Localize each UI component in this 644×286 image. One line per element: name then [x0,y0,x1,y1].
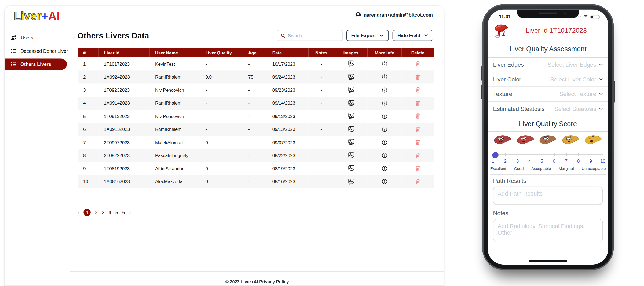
cell-more-info [368,110,402,123]
cell-quality: - [200,123,243,136]
info-icon[interactable] [382,87,387,93]
footer: © 2023 Liver+AI Privacy Policy [70,271,444,286]
pagination-page-3[interactable]: 3 [102,210,104,215]
info-icon[interactable] [382,74,387,80]
file-export-button[interactable]: File Export [346,30,389,41]
cell-liver_id: 1T09132023 [98,110,150,123]
sad-liver-icon [561,134,580,146]
chevron-down-icon [596,107,603,110]
select-field-liver-color[interactable]: Liver ColorSelect Liver Color [488,72,608,87]
cell-quality: 0 [200,136,243,149]
column-header: # [78,48,98,57]
select-field-liver-edges[interactable]: Liver EdgesSelect Liver Edges [488,58,608,72]
trash-icon[interactable] [415,87,421,93]
user-email[interactable]: narendran+admin@bitcot.com [364,12,433,17]
info-icon[interactable] [382,179,387,185]
trash-icon[interactable] [415,139,421,145]
pagination-page-4[interactable]: 4 [109,210,111,215]
home-indicator[interactable] [529,260,567,262]
pagination-page-1[interactable]: 1 [84,209,91,216]
hide-field-button[interactable]: Hide Field [393,30,433,41]
cell-age: - [243,96,267,110]
cell-more-info [368,162,402,175]
images-icon[interactable] [347,178,355,185]
cell-images [334,70,368,84]
sidebar-item-others-livers[interactable]: Others Livers [5,58,67,70]
sidebar-item-deceased-donor-liver[interactable]: Deceased Donor Liver [5,45,70,57]
path-results-label: Path Results [493,177,603,184]
images-icon[interactable] [347,60,355,68]
slider-labels: ExcellentGoodAcceptableMarginalUnaccepta… [490,166,606,175]
cell-delete [402,175,434,188]
cell-delete [402,70,434,84]
images-icon[interactable] [347,151,355,159]
cell-images [334,149,368,162]
trash-icon[interactable] [415,165,421,172]
trash-icon[interactable] [415,74,421,80]
info-icon[interactable] [382,100,387,106]
search-input[interactable] [288,33,339,38]
path-results-input[interactable] [493,187,603,205]
info-icon[interactable] [382,139,387,145]
cell-liver_id: 1T08192023 [98,162,150,175]
pagination-page-2[interactable]: 2 [95,210,98,215]
trash-icon[interactable] [415,113,421,119]
cell-date: 09/24/2023 [267,70,309,84]
footer-text[interactable]: © 2023 Liver+AI Privacy Policy [225,279,289,284]
cell-delete [402,83,434,96]
logo-liver: Liver [14,10,42,22]
cell-more-info [368,96,402,110]
pagination-next[interactable]: › [129,209,131,216]
images-icon[interactable] [347,99,355,107]
cell-liver_id: 1A09142023 [98,96,150,110]
avatar-icon[interactable] [355,12,361,18]
slider-track[interactable] [493,154,603,155]
pagination-prev[interactable]: ‹ [78,209,80,216]
images-icon[interactable] [347,165,355,172]
cell-quality: - [200,57,243,70]
info-icon[interactable] [382,126,387,132]
images-icon[interactable] [347,138,355,146]
slider-knob[interactable] [492,152,498,158]
info-icon[interactable] [382,153,387,158]
cell-delete [402,136,434,149]
quality-score-slider[interactable] [493,151,603,159]
pagination-page-5[interactable]: 5 [115,210,118,215]
sidebar-item-users[interactable]: Users [5,32,70,43]
pagination-page-6[interactable]: 6 [122,210,125,215]
score-label-unacceptable: Unacceptable [581,166,606,171]
images-icon[interactable] [347,73,355,81]
select-field-estimated-steatosis[interactable]: Estimated SteatosisSelect Steatosis [488,102,608,116]
trash-icon[interactable] [415,152,421,158]
info-icon[interactable] [382,113,387,119]
cell-images [334,123,368,136]
cell-date: 08/22/2023 [267,149,309,162]
cell-quality: - [200,83,243,96]
trash-icon[interactable] [415,179,421,185]
field-label: Liver Color [493,76,521,83]
trash-icon[interactable] [415,126,421,132]
cell-liver_id: 1A08162023 [98,175,150,188]
cell-num: 7 [78,136,98,149]
cell-user_name: PascaleTinguely [150,149,200,162]
list-icon [11,62,17,67]
field-placeholder: Select Steatosis [554,105,596,112]
phone-volume-button [481,85,482,99]
info-icon[interactable] [382,166,387,172]
happy-liver-icon [493,134,512,146]
happy-liver-icon [516,134,535,146]
images-icon[interactable] [347,112,355,120]
images-icon[interactable] [347,125,355,133]
slider-tick [505,153,506,156]
notes-input[interactable] [493,219,603,242]
select-field-texture[interactable]: TextureSelect Texture [488,87,608,102]
info-icon[interactable] [382,61,387,67]
cell-date: 10/17/2023 [267,57,309,70]
chevron-down-icon [596,64,603,66]
cell-num: 10 [78,175,98,188]
trash-icon[interactable] [415,61,421,67]
cell-more-info [368,136,402,149]
trash-icon[interactable] [415,100,421,106]
cell-images [334,136,368,149]
images-icon[interactable] [347,86,355,94]
